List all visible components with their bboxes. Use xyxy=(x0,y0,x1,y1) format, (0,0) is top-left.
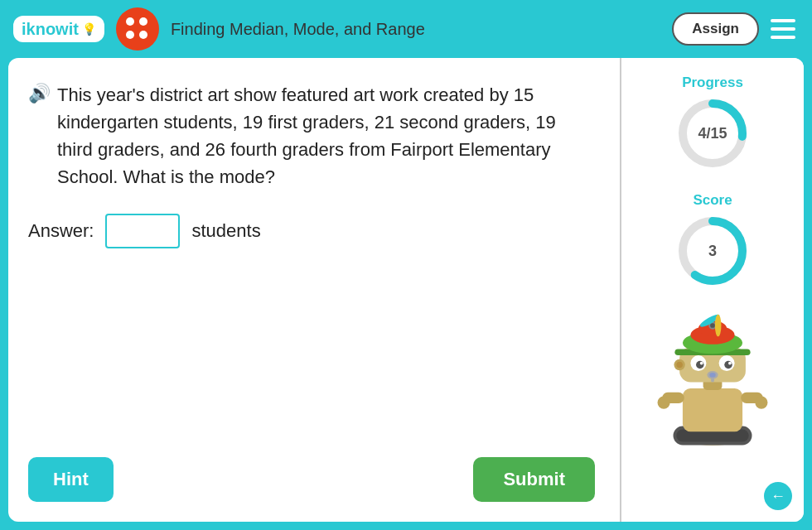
dice-dot xyxy=(126,17,134,26)
svg-point-17 xyxy=(724,361,732,369)
main-content: 🔊 This year's district art show featured… xyxy=(8,58,804,522)
bulb-icon: 💡 xyxy=(82,22,96,36)
svg-rect-22 xyxy=(711,378,714,383)
score-label: Score xyxy=(693,192,732,209)
dice-icon xyxy=(116,7,159,51)
header: iknowit 💡 Finding Median, Mode, and Rang… xyxy=(0,0,812,58)
menu-line xyxy=(771,19,795,22)
back-arrow-icon: ← xyxy=(771,488,785,505)
dice-dots xyxy=(126,17,149,41)
bottom-buttons: Hint Submit xyxy=(28,457,595,502)
sound-icon[interactable]: 🔊 xyxy=(28,83,51,104)
menu-line xyxy=(771,36,795,39)
score-value: 3 xyxy=(708,243,717,260)
progress-donut: 4/15 xyxy=(675,96,750,171)
question-text: This year's district art show featured a… xyxy=(57,81,595,190)
svg-point-32 xyxy=(676,362,683,369)
back-arrow-button[interactable]: ← xyxy=(764,482,792,510)
menu-line xyxy=(771,27,795,31)
answer-suffix: students xyxy=(191,220,260,242)
dice-dot xyxy=(126,31,134,39)
dice-dot xyxy=(139,17,147,26)
answer-input[interactable] xyxy=(105,214,180,248)
left-panel: 🔊 This year's district art show featured… xyxy=(8,58,621,522)
progress-container: Progress 4/15 xyxy=(675,75,750,171)
hint-button[interactable]: Hint xyxy=(28,457,114,502)
submit-button[interactable]: Submit xyxy=(473,457,595,502)
progress-label: Progress xyxy=(682,75,743,91)
svg-point-29 xyxy=(715,315,722,337)
robot-character xyxy=(646,310,779,467)
right-panel: Progress 4/15 Score 3 xyxy=(621,58,804,522)
answer-row: Answer: students xyxy=(28,214,595,248)
logo-text: iknowit xyxy=(22,21,79,37)
answer-label: Answer: xyxy=(28,220,94,242)
svg-point-30 xyxy=(710,323,715,328)
svg-point-10 xyxy=(658,397,670,409)
progress-value: 4/15 xyxy=(698,125,727,142)
svg-rect-7 xyxy=(683,388,742,431)
lesson-title: Finding Median, Mode, and Range xyxy=(171,20,660,39)
svg-point-21 xyxy=(709,373,716,378)
svg-point-19 xyxy=(728,362,732,365)
header-right: Assign xyxy=(672,12,799,46)
svg-point-11 xyxy=(755,397,767,409)
svg-point-16 xyxy=(696,361,704,369)
logo: iknowit 💡 xyxy=(13,16,104,42)
dice-dot xyxy=(139,31,147,39)
question-header: 🔊 This year's district art show featured… xyxy=(28,81,595,190)
score-donut: 3 xyxy=(675,214,750,288)
svg-point-18 xyxy=(700,362,703,365)
question-area: 🔊 This year's district art show featured… xyxy=(28,81,595,437)
menu-button[interactable] xyxy=(767,13,799,45)
assign-button[interactable]: Assign xyxy=(672,12,759,46)
score-container: Score 3 xyxy=(675,184,750,288)
